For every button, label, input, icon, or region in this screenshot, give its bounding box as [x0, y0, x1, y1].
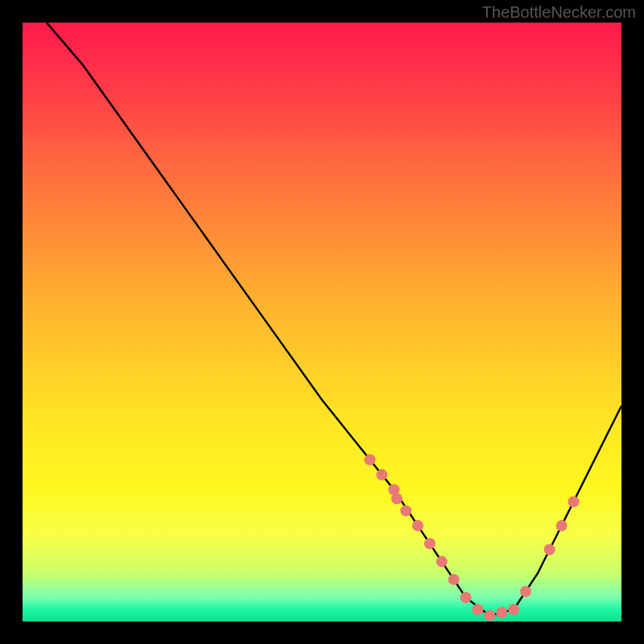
data-dot [496, 607, 507, 618]
data-dot [376, 469, 387, 481]
curve-line [47, 23, 621, 616]
watermark-text: TheBottleNecker.com [482, 3, 636, 22]
data-dot [365, 454, 376, 465]
data-dot [508, 604, 519, 615]
chart-svg [23, 23, 621, 621]
curve-dots [365, 454, 580, 621]
data-dot [460, 592, 472, 603]
data-dot [484, 610, 495, 621]
data-dot [424, 538, 436, 549]
data-dot [448, 574, 460, 585]
data-dot [391, 493, 402, 505]
data-dot [472, 604, 483, 615]
data-dot [544, 544, 555, 555]
data-dot [400, 505, 411, 516]
data-dot [568, 496, 580, 507]
data-dot [556, 520, 568, 531]
data-dot [412, 520, 423, 531]
chart-area [23, 23, 621, 621]
data-dot [520, 586, 531, 597]
data-dot [436, 556, 448, 568]
